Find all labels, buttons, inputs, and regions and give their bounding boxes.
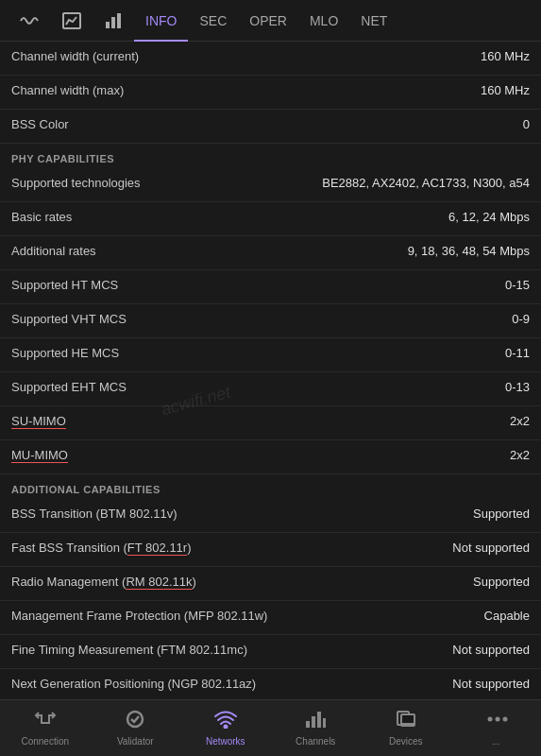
table-row: Fine Timing Measurement (FTM 802.11mc) N… <box>0 635 541 669</box>
table-row: MU-MIMO 2x2 <box>0 440 541 474</box>
row-label: Supported VHT MCS <box>11 312 127 326</box>
row-label: BSS Transition (BTM 802.11v) <box>11 507 178 521</box>
row-label: Supported technologies <box>11 176 141 190</box>
table-row: Supported technologies BE2882, AX2402, A… <box>0 168 541 202</box>
table-row: SU-MIMO 2x2 <box>0 406 541 440</box>
nav-tab-sec[interactable]: SEC <box>188 0 238 42</box>
channels-label: Channels <box>296 736 335 747</box>
row-value: 0-13 <box>127 380 530 394</box>
row-label: MU-MIMO <box>11 448 68 462</box>
svg-rect-7 <box>312 716 315 728</box>
row-value: Capable <box>267 609 530 623</box>
nav-tab-chart2[interactable] <box>51 0 93 42</box>
svg-rect-9 <box>323 718 326 728</box>
more-label: ... <box>492 736 499 747</box>
nav-tab-oper[interactable]: OPER <box>238 0 298 42</box>
row-label: Channel width (max) <box>11 83 124 97</box>
devices-icon <box>395 710 417 733</box>
nav-tab-bars[interactable] <box>93 0 134 42</box>
row-label: Additional rates <box>11 244 96 258</box>
table-row: Basic rates 6, 12, 24 Mbps <box>0 202 541 236</box>
row-label: Channel width (current) <box>11 49 139 63</box>
row-value: 160 MHz <box>139 49 530 63</box>
row-value: 0-11 <box>119 346 530 360</box>
bottom-nav: Connection Validator Networks <box>0 699 541 756</box>
svg-rect-1 <box>106 22 110 28</box>
table-row: Next Generation Positioning (NGP 802.11a… <box>0 669 541 703</box>
bottom-nav-validator[interactable]: Validator <box>91 710 181 747</box>
svg-point-5 <box>224 726 227 729</box>
svg-rect-3 <box>117 13 121 28</box>
nav-tab-info[interactable]: INFO <box>134 0 188 42</box>
table-row: Fast BSS Transition (FT 802.11r) Not sup… <box>0 533 541 567</box>
bottom-nav-channels[interactable]: Channels <box>271 710 362 747</box>
table-row: Management Frame Protection (MFP 802.11w… <box>0 601 541 635</box>
channels-icon <box>304 710 327 733</box>
bottom-nav-more[interactable]: ... <box>451 710 542 747</box>
ft-link[interactable]: FT 802.11r <box>127 541 187 556</box>
table-row: BSS Color 0 <box>0 110 541 144</box>
row-value: 2x2 <box>66 414 530 428</box>
bottom-nav-connection[interactable]: Connection <box>0 710 91 747</box>
svg-rect-8 <box>317 712 321 728</box>
table-row: Channel width (max) 160 MHz <box>0 76 541 110</box>
row-value: Not supported <box>256 677 530 691</box>
table-row: Channel width (current) 160 MHz <box>0 42 541 76</box>
networks-label: Networks <box>206 736 245 747</box>
nav-tab-net[interactable]: NET <box>349 0 398 42</box>
nav-tab-mlo[interactable]: MLO <box>298 0 349 42</box>
row-label: Supported HE MCS <box>11 346 119 360</box>
bottom-nav-networks[interactable]: Networks <box>180 710 271 747</box>
row-label: Fine Timing Measurement (FTM 802.11mc) <box>11 643 247 657</box>
validator-label: Validator <box>117 736 154 747</box>
section-header-phy: PHY CAPABILITIES <box>0 144 541 168</box>
svg-rect-6 <box>306 721 310 728</box>
svg-point-15 <box>503 717 508 722</box>
row-value: 0-9 <box>127 312 530 326</box>
svg-point-14 <box>496 717 500 722</box>
top-nav: INFO SEC OPER MLO NET <box>0 0 541 42</box>
connection-icon <box>34 710 57 733</box>
row-value: 6, 12, 24 Mbps <box>72 210 530 224</box>
row-value: 9, 18, 36, 48, 54 Mbps <box>96 244 530 258</box>
row-label: Next Generation Positioning (NGP 802.11a… <box>11 677 256 691</box>
devices-label: Devices <box>389 736 423 747</box>
table-row: Supported EHT MCS 0-13 <box>0 372 541 406</box>
rm-link[interactable]: RM 802.11k <box>126 575 192 590</box>
row-value: Not supported <box>192 541 530 555</box>
nav-tab-wave[interactable] <box>8 0 51 42</box>
table-row: Supported VHT MCS 0-9 <box>0 304 541 338</box>
row-value: 0 <box>69 117 530 131</box>
table-row: BSS Transition (BTM 802.11v) Supported <box>0 499 541 533</box>
su-mimo-link[interactable]: SU-MIMO <box>11 414 66 429</box>
row-label: Radio Management (RM 802.11k) <box>11 575 196 589</box>
row-label: Basic rates <box>11 210 72 224</box>
row-label: Supported HT MCS <box>11 278 118 292</box>
table-row: Supported HE MCS 0-11 <box>0 338 541 372</box>
section-header-additional: ADDITIONAL CAPABILITIES <box>0 474 541 499</box>
row-value: Supported <box>178 507 530 521</box>
row-value: 2x2 <box>68 448 530 462</box>
validator-icon <box>124 710 146 733</box>
networks-icon <box>214 710 237 733</box>
more-icon <box>482 710 509 733</box>
row-label: Management Frame Protection (MFP 802.11w… <box>11 609 267 623</box>
main-content: Channel width (current) 160 MHz Channel … <box>0 42 541 756</box>
row-value: Not supported <box>247 643 530 657</box>
row-label: Supported EHT MCS <box>11 380 127 394</box>
row-label: BSS Color <box>11 117 69 131</box>
row-value: Supported <box>196 575 530 589</box>
mu-mimo-link[interactable]: MU-MIMO <box>11 448 68 463</box>
row-value: 160 MHz <box>124 83 530 97</box>
svg-point-13 <box>488 717 493 722</box>
svg-rect-2 <box>111 17 115 28</box>
row-value: BE2882, AX2402, AC1733, N300, a54 <box>141 176 530 190</box>
table-row: Radio Management (RM 802.11k) Supported <box>0 567 541 601</box>
row-label: Fast BSS Transition (FT 802.11r) <box>11 541 192 555</box>
row-label: SU-MIMO <box>11 414 66 428</box>
bottom-nav-devices[interactable]: Devices <box>361 710 451 747</box>
table-row: Additional rates 9, 18, 36, 48, 54 Mbps <box>0 236 541 270</box>
table-row: Supported HT MCS 0-15 <box>0 270 541 304</box>
row-value: 0-15 <box>118 278 530 292</box>
connection-label: Connection <box>21 736 69 747</box>
